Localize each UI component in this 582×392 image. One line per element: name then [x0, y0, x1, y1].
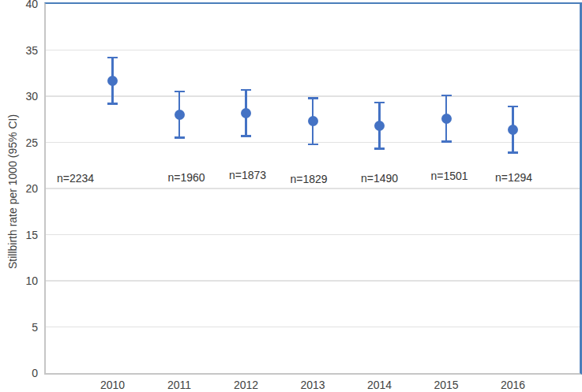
- n-count-label: n=2234: [40, 172, 111, 185]
- error-bar-cap-top: [175, 91, 185, 93]
- x-tick-label: 2012: [223, 379, 270, 391]
- y-tick-label: 35: [0, 43, 38, 58]
- gridline: [46, 327, 580, 328]
- n-count-label: n=1960: [151, 171, 222, 184]
- error-bar-cap-top: [241, 89, 251, 91]
- n-count-label: n=1294: [479, 171, 550, 184]
- data-point-marker: [508, 125, 518, 135]
- data-point-marker: [241, 108, 251, 118]
- data-point-marker: [441, 114, 452, 124]
- x-tick-label: 2016: [490, 379, 537, 391]
- gridline: [46, 188, 580, 189]
- x-tick-label: 2010: [89, 379, 137, 391]
- y-tick-label: 30: [0, 89, 38, 103]
- gridline: [46, 50, 580, 51]
- x-tick-label: 2011: [156, 379, 203, 391]
- error-bar-cap-top: [308, 97, 318, 99]
- n-count-label: n=1873: [212, 169, 283, 181]
- error-bar-cap-bottom: [241, 135, 251, 137]
- error-bar-cap-bottom: [175, 136, 185, 139]
- y-tick-label: 40: [0, 0, 38, 11]
- gridline: [46, 280, 580, 282]
- n-count-label: n=1490: [344, 172, 415, 185]
- n-count-label: n=1829: [273, 173, 344, 185]
- error-bar-cap-top: [107, 57, 118, 59]
- error-bar-cap-bottom: [308, 144, 318, 146]
- data-point-marker: [175, 110, 185, 120]
- stillbirth-rate-chart: Stillbirth rate per 1000 (95% CI) n=2234…: [0, 0, 582, 392]
- gridline: [46, 234, 580, 236]
- x-tick-label: 2013: [289, 379, 336, 391]
- error-bar-cap-bottom: [107, 103, 118, 105]
- error-bar-cap-bottom: [441, 140, 452, 143]
- y-tick-label: 15: [0, 228, 38, 242]
- x-tick-label: 2015: [422, 379, 470, 391]
- error-bar-cap-top: [441, 95, 452, 97]
- error-bar-cap-top: [508, 106, 518, 108]
- y-tick-label: 10: [0, 274, 38, 288]
- y-tick-label: 25: [0, 136, 38, 150]
- plot-area: n=2234n=1960n=1873n=1829n=1490n=1501n=12…: [44, 2, 582, 375]
- y-tick-label: 5: [0, 320, 38, 334]
- y-tick-label: 20: [0, 181, 38, 196]
- error-bar-cap-bottom: [508, 151, 518, 154]
- data-point-marker: [374, 121, 385, 131]
- error-bar-cap-top: [374, 102, 385, 104]
- data-point-marker: [107, 76, 118, 86]
- error-bar-cap-bottom: [374, 147, 385, 150]
- n-count-label: n=1501: [414, 170, 485, 182]
- x-tick-label: 2014: [356, 379, 404, 391]
- y-tick-label: 0: [0, 366, 38, 380]
- data-point-marker: [308, 116, 318, 126]
